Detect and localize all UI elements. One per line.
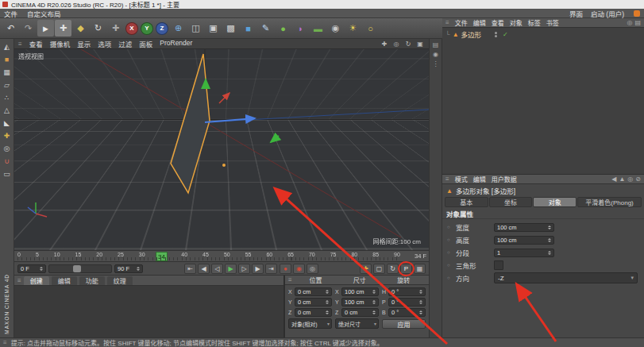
grip-icon[interactable]: ⋮ bbox=[433, 60, 439, 67]
visibility-dots[interactable] bbox=[495, 32, 497, 37]
lock-z-axis-button[interactable]: Z bbox=[156, 22, 168, 35]
menu-interface[interactable]: 界面 bbox=[569, 9, 583, 18]
position-mode-select[interactable]: 对象(相对)▾ bbox=[288, 318, 332, 329]
timeline-slider[interactable] bbox=[48, 264, 112, 273]
vp-menu-view[interactable]: 查看 bbox=[29, 39, 43, 48]
material-tab-function[interactable]: 功能 bbox=[79, 276, 105, 285]
render-settings-button[interactable]: ▩ bbox=[222, 20, 239, 37]
stepper-icon[interactable] bbox=[371, 299, 377, 307]
record-keyframe-button[interactable]: ● bbox=[280, 264, 291, 274]
stepper-icon[interactable] bbox=[324, 309, 330, 317]
stepper-icon[interactable] bbox=[324, 288, 330, 296]
om-tab-bookmark[interactable]: 书签 bbox=[546, 18, 559, 27]
bulb-icon[interactable]: ○ bbox=[362, 20, 379, 37]
stepper-icon[interactable] bbox=[371, 288, 377, 296]
material-area[interactable] bbox=[14, 286, 283, 337]
layout-swatch-icon[interactable] bbox=[634, 10, 640, 17]
attr-tab-phong[interactable]: 平滑着色(Phong) bbox=[577, 197, 642, 207]
am-tab-edit[interactable]: 编辑 bbox=[473, 175, 486, 183]
position-field[interactable]: Z 0 cm bbox=[288, 308, 332, 317]
object-manager-list[interactable]: └ ▲ 多边形 ✓ bbox=[442, 28, 644, 175]
panel-menu-icon[interactable]: ≡ bbox=[445, 175, 449, 183]
toggle-view-icon[interactable]: ▣ bbox=[415, 40, 425, 48]
panel-menu-icon[interactable]: ≡ bbox=[17, 277, 21, 284]
am-tab-mode[interactable]: 模式 bbox=[455, 175, 468, 183]
stepper-icon[interactable] bbox=[324, 299, 330, 307]
keyframe-selection-button[interactable]: ◎ bbox=[307, 264, 318, 274]
om-tab-tag[interactable]: 标签 bbox=[528, 18, 541, 27]
vp-menu-prorender[interactable]: ProRender bbox=[160, 39, 192, 48]
keyframe-dot[interactable]: ○ bbox=[447, 250, 453, 255]
points-mode-icon[interactable]: ∴ bbox=[1, 91, 13, 103]
range-end-input[interactable]: 90 F bbox=[114, 264, 143, 273]
pan-view-icon[interactable]: ✚ bbox=[380, 40, 389, 48]
vp-menu-camera[interactable]: 摄像机 bbox=[50, 39, 71, 48]
stepper-icon[interactable] bbox=[38, 264, 44, 272]
timeline-marker[interactable]: 34 bbox=[156, 252, 168, 261]
om-search-icon[interactable]: ◎ bbox=[627, 19, 632, 26]
vp-menu-options[interactable]: 选项 bbox=[98, 39, 111, 48]
polygons-mode-icon[interactable]: ◣ bbox=[1, 117, 13, 129]
slider-handle[interactable] bbox=[73, 265, 81, 272]
workplane-mode-icon[interactable]: ▱ bbox=[1, 79, 13, 91]
material-tab-edit[interactable]: 编辑 bbox=[52, 276, 77, 285]
am-back-icon[interactable]: ◀ bbox=[611, 175, 616, 183]
keyframe-dot[interactable]: ○ bbox=[447, 276, 453, 280]
vp-menu-display[interactable]: 显示 bbox=[77, 39, 91, 48]
coordinate-system-icon[interactable]: ⊕ bbox=[170, 20, 187, 37]
floor-button[interactable]: ▬ bbox=[310, 20, 326, 37]
material-tab-create[interactable]: 创建 bbox=[24, 276, 49, 285]
divider-icon[interactable]: ▤ bbox=[433, 41, 439, 48]
object-item-polygon[interactable]: └ ▲ 多边形 ✓ bbox=[444, 29, 642, 39]
position-field[interactable]: X 0 cm bbox=[288, 287, 332, 296]
divider-icon[interactable]: ◉ bbox=[433, 51, 438, 58]
prev-frame-button[interactable]: ◁ bbox=[211, 264, 223, 274]
model-mode-icon[interactable]: ■ bbox=[1, 53, 13, 65]
next-key-button[interactable]: ▶ bbox=[252, 264, 264, 274]
redo-icon[interactable]: ↷ bbox=[20, 20, 37, 37]
edges-mode-icon[interactable]: △ bbox=[1, 104, 13, 116]
stepper-icon[interactable] bbox=[546, 236, 553, 244]
panel-menu-icon[interactable]: ≡ bbox=[18, 40, 22, 48]
goto-start-button[interactable]: ⇤ bbox=[184, 264, 196, 274]
height-input[interactable]: 100 cm bbox=[494, 236, 554, 245]
stepper-icon[interactable] bbox=[418, 299, 424, 307]
enable-axis-icon[interactable]: ✚ bbox=[1, 129, 13, 141]
play-button[interactable]: ▶ bbox=[225, 264, 237, 274]
menu-file[interactable]: 文件 bbox=[4, 9, 17, 18]
zoom-view-icon[interactable]: ◎ bbox=[391, 40, 401, 48]
stepper-icon[interactable] bbox=[371, 309, 377, 317]
size-field[interactable]: X 100 cm bbox=[335, 287, 379, 296]
object-enabled-toggle[interactable]: ✓ bbox=[503, 31, 508, 38]
rotation-field[interactable]: H 0 ° bbox=[382, 287, 426, 296]
menu-custom-layout[interactable]: 自定义布局 bbox=[27, 9, 61, 18]
vp-menu-panel[interactable]: 面板 bbox=[139, 39, 152, 48]
panel-menu-icon[interactable]: ≡ bbox=[3, 339, 7, 346]
render-view-button[interactable]: ◫ bbox=[187, 20, 204, 37]
next-frame-button[interactable]: ▷ bbox=[238, 264, 250, 274]
rotation-field[interactable]: B 0 ° bbox=[382, 308, 426, 317]
attr-tab-object[interactable]: 对象 bbox=[533, 197, 577, 207]
lock-x-axis-button[interactable]: X bbox=[125, 22, 138, 35]
attr-tab-coord[interactable]: 坐标 bbox=[489, 197, 533, 207]
scale-tool-icon[interactable]: ◆ bbox=[72, 20, 89, 37]
record-position-toggle[interactable]: ✚ bbox=[360, 264, 372, 274]
triangles-checkbox[interactable] bbox=[494, 260, 503, 270]
live-selection-icon[interactable]: ► bbox=[37, 20, 54, 37]
render-picture-viewer-button[interactable]: ▣ bbox=[205, 20, 222, 37]
om-tab-file[interactable]: 文件 bbox=[455, 18, 468, 27]
viewport-canvas[interactable]: 透视视图 网格间距:100 cm bbox=[14, 49, 429, 250]
panel-menu-icon[interactable]: ≡ bbox=[288, 276, 292, 283]
material-tab-texture[interactable]: 纹理 bbox=[107, 276, 133, 285]
record-parameter-toggle[interactable]: P bbox=[400, 264, 412, 274]
size-field[interactable]: Y 100 cm bbox=[335, 298, 379, 307]
stepper-icon[interactable] bbox=[418, 309, 424, 317]
timeline-ruler[interactable]: 051015202530354045505560657075808590 34 … bbox=[14, 250, 429, 262]
om-filter-icon[interactable]: ▤ bbox=[634, 19, 641, 26]
lock-y-axis-button[interactable]: Y bbox=[141, 22, 153, 35]
record-rotation-toggle[interactable]: ↻ bbox=[387, 264, 399, 274]
stepper-icon[interactable] bbox=[546, 249, 553, 256]
spline-pen-button[interactable]: ✎ bbox=[257, 20, 274, 37]
rotation-field[interactable]: P 0 ° bbox=[382, 298, 426, 307]
prev-key-button[interactable]: ◀ bbox=[198, 264, 210, 274]
